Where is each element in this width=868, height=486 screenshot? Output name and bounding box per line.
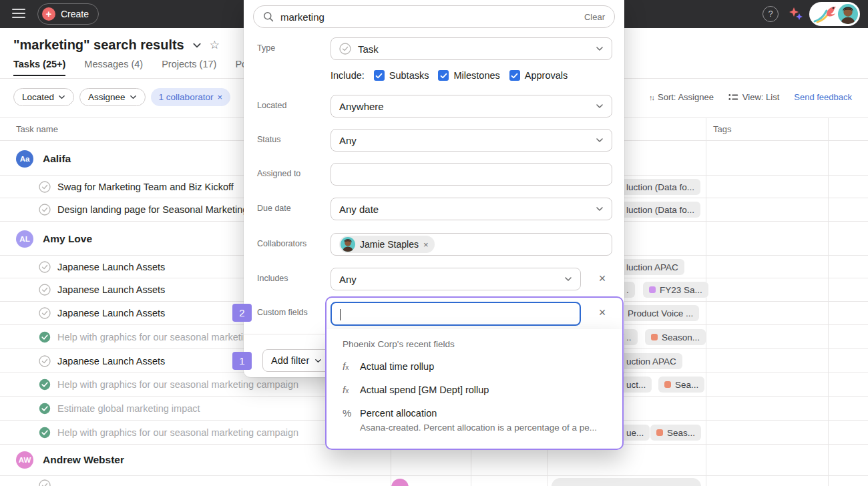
field-label-custom-fields: Custom fields	[257, 308, 327, 317]
project-tag-chip[interactable]: uct...	[623, 377, 652, 393]
task-name[interactable]: Japanese Launch Assets	[57, 356, 165, 367]
task-complete-icon[interactable]	[39, 181, 51, 193]
task-complete-icon[interactable]	[39, 331, 51, 343]
account-menu[interactable]	[809, 2, 860, 26]
field-control-located[interactable]: Anywhere	[331, 95, 612, 117]
field-control-assigned-to[interactable]	[331, 163, 612, 186]
tab-projects-17-[interactable]: Projects (17)	[162, 59, 216, 76]
task-complete-icon[interactable]	[39, 284, 51, 296]
checkbox-milestones[interactable]: Milestones	[438, 70, 499, 81]
checkbox-subtasks[interactable]: Subtasks	[374, 70, 429, 81]
task-row-partial[interactable]	[0, 475, 868, 486]
column-header-task-name[interactable]: Task name	[16, 124, 58, 134]
task-complete-icon[interactable]	[39, 427, 51, 439]
field-label-located: Located	[257, 101, 327, 110]
project-tag-chip[interactable]: luction (Data fo...	[623, 179, 700, 195]
project-tag-chip[interactable]: ue...	[623, 425, 650, 441]
search-input[interactable]	[280, 11, 578, 23]
include-label: Include:	[331, 70, 365, 81]
field-control-type[interactable]: Task	[331, 37, 612, 60]
tag-color-dot	[664, 381, 671, 388]
project-tag-chip[interactable]: Season...	[645, 329, 706, 345]
project-tag-chip[interactable]: luction (Data fo...	[623, 202, 700, 218]
field-control-due-date[interactable]: Any date	[331, 198, 612, 220]
custom-field-popup: Phoenix Corp's recent fields fxActual ti…	[327, 329, 623, 450]
filter-pill-located[interactable]: Located	[13, 88, 74, 106]
list-view-icon	[728, 93, 738, 101]
project-tag-chip[interactable]: Seas...	[650, 425, 701, 441]
create-button[interactable]: + Create	[37, 3, 99, 25]
project-tag-chip[interactable]: uction APAC	[623, 353, 682, 369]
project-tag-chip[interactable]: luction APAC	[623, 259, 684, 275]
view-button[interactable]: View: List	[728, 92, 779, 102]
task-complete-icon[interactable]	[39, 403, 51, 415]
task-complete-icon[interactable]	[39, 307, 51, 319]
chevron-down-icon	[564, 275, 572, 283]
remove-filter-row-button[interactable]: ×	[596, 272, 609, 286]
add-filter-button[interactable]: Add filter	[262, 349, 331, 372]
assignee-avatar: AW	[16, 451, 33, 469]
remove-chip-icon[interactable]: ×	[423, 240, 429, 250]
task-name[interactable]: Estimate global marketing impact	[57, 403, 200, 414]
task-name[interactable]: Help with graphics for our seasonal mark…	[57, 379, 298, 390]
title-chevron-down-icon[interactable]	[192, 41, 202, 50]
ai-sparkles-icon[interactable]	[788, 7, 804, 21]
tab-messages-4-[interactable]: Messages (4)	[84, 59, 143, 76]
task-complete-icon[interactable]	[39, 261, 51, 273]
field-control-collaborators[interactable]: Jamie Staples×	[331, 233, 612, 256]
task-name[interactable]: Japanese Launch Assets	[57, 262, 165, 272]
custom-field-option[interactable]: fxActual spend [GM Dept] rollup	[343, 384, 623, 396]
remove-filter-icon[interactable]: ×	[217, 92, 222, 102]
filter-pill-1-collaborator[interactable]: 1 collaborator×	[151, 88, 230, 106]
collaborator-chip[interactable]: Jamie Staples×	[339, 236, 435, 253]
task-name[interactable]: Swag for Marketing Team and Biz Kickoff	[57, 182, 234, 192]
task-complete-icon[interactable]	[39, 479, 51, 486]
chevron-down-icon	[130, 93, 137, 101]
project-tag-chip[interactable]: ..	[623, 329, 638, 345]
custom-field-option[interactable]: %Percent allocationAsana-created. Percen…	[343, 407, 623, 433]
field-control-includes[interactable]: Any	[331, 268, 581, 290]
field-control-status[interactable]: Any	[331, 129, 612, 152]
chevron-down-icon	[596, 205, 604, 213]
search-bar: Clear	[253, 5, 615, 28]
task-complete-icon[interactable]	[39, 379, 51, 391]
filter-pill-assignee[interactable]: Assignee	[79, 88, 146, 106]
checkbox-approvals[interactable]: Approvals	[509, 70, 568, 81]
sort-button[interactable]: ↑↓ Sort: Assignee	[649, 92, 714, 102]
assignee-avatar: Aa	[16, 150, 33, 168]
chevron-down-icon	[596, 136, 604, 144]
tag-color-dot	[651, 334, 658, 340]
clear-search-button[interactable]: Clear	[584, 12, 605, 22]
custom-field-option[interactable]: fxActual time rollup	[343, 360, 623, 373]
assignee-name: Aalifa	[43, 153, 71, 165]
project-tag-chip[interactable]: .	[623, 282, 635, 298]
remove-filter-row-button[interactable]: ×	[596, 306, 609, 320]
custom-fields-search-input[interactable]	[331, 302, 581, 326]
include-options-row: Include: Subtasks Milestones Approvals	[331, 70, 568, 81]
field-label-includes: Includes	[257, 274, 327, 283]
column-header-tags[interactable]: Tags	[713, 124, 731, 134]
plus-icon: +	[42, 7, 55, 21]
task-name[interactable]: Japanese Launch Assets	[57, 308, 165, 318]
task-name[interactable]: Help with graphics for our seasonal mark…	[57, 427, 298, 438]
text-caret	[340, 309, 341, 320]
project-tag-chip[interactable]: Product Voice ...	[624, 305, 699, 321]
sidebar-toggle-icon[interactable]	[12, 9, 25, 19]
task-name[interactable]: Japanese Launch Assets	[57, 284, 165, 295]
project-tag-chip[interactable]: FY23 Sa...	[643, 282, 708, 298]
checkbox-checked-icon	[509, 70, 520, 81]
field-description: Asana-created. Percent allocation is a p…	[360, 423, 597, 433]
task-complete-icon[interactable]	[39, 355, 51, 367]
task-complete-icon[interactable]	[39, 204, 51, 216]
chevron-down-icon	[596, 102, 604, 110]
help-button[interactable]: ?	[763, 6, 779, 22]
send-feedback-link[interactable]: Send feedback	[794, 92, 852, 102]
field-value-chip[interactable]	[552, 478, 701, 486]
favorite-star-icon[interactable]: ☆	[210, 38, 220, 52]
tab-tasks-25-[interactable]: Tasks (25+)	[13, 59, 65, 76]
project-tag-chip[interactable]: Sea...	[658, 377, 704, 393]
field-label-status: Status	[257, 135, 327, 144]
field-label-assigned-to: Assigned to	[257, 169, 327, 178]
user-avatar	[838, 4, 858, 24]
checkbox-checked-icon	[438, 70, 449, 81]
